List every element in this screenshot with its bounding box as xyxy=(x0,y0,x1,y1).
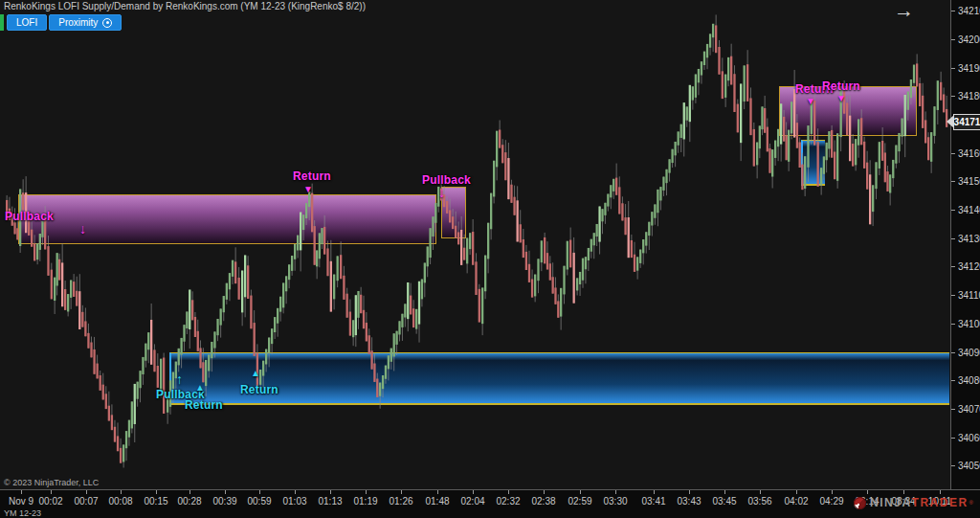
price-axis-label: 34050 xyxy=(958,461,980,471)
time-axis-label: 03:41 xyxy=(641,496,665,507)
time-axis-tick xyxy=(832,490,833,494)
annotation-arrow-icon: ▲ xyxy=(195,382,205,393)
time-axis-tick xyxy=(796,490,797,494)
time-axis-label: 01:19 xyxy=(353,496,377,507)
time-axis-label: Nov 9 xyxy=(9,496,33,507)
time-axis-tick xyxy=(437,490,438,494)
annotation-arrow-icon: ↑ xyxy=(176,372,183,387)
price-axis-tick xyxy=(951,409,955,410)
time-axis-tick xyxy=(689,490,690,494)
time-axis-label: 00:59 xyxy=(247,496,271,507)
price-axis-label: 34140 xyxy=(958,205,980,215)
time-axis-tick xyxy=(121,490,122,494)
zone-annotations-layer: Pullback↓Return▼Pullback↓Return▼Return▼P… xyxy=(0,0,950,489)
zone-annotation-label: Return xyxy=(822,79,860,93)
time-axis-tick xyxy=(508,490,509,494)
annotation-arrow-icon: ↓ xyxy=(79,221,86,236)
time-axis-tick xyxy=(615,490,616,494)
price-axis-label: 34180 xyxy=(958,91,980,101)
zone-annotation-label: Return xyxy=(185,398,223,412)
price-axis-label: 34190 xyxy=(958,62,980,73)
price-axis-tick xyxy=(951,465,955,466)
time-axis-tick xyxy=(544,490,545,494)
price-axis-label: 34130 xyxy=(958,233,980,243)
time-axis-label: 03:56 xyxy=(747,496,771,507)
price-axis-tick xyxy=(951,324,955,325)
time-axis-tick xyxy=(903,490,904,494)
time-axis-label: 03:30 xyxy=(603,496,627,507)
time-axis-label: 02:04 xyxy=(460,496,484,507)
proximity-button[interactable]: Proximity xyxy=(49,14,122,31)
go-to-latest-arrow-icon[interactable]: → xyxy=(894,0,914,22)
time-axis-label: 04:02 xyxy=(784,496,808,507)
time-axis-tick xyxy=(51,490,52,494)
time-axis-tick xyxy=(654,490,655,494)
chart-title: RenkoKings LOFI Supply/Demand by RenkoKi… xyxy=(4,1,366,11)
zone-annotation-label: Pullback xyxy=(5,210,54,223)
time-axis-tick xyxy=(259,490,260,494)
current-price-badge: 34171 xyxy=(953,114,980,130)
time-axis-label: 00:39 xyxy=(212,496,236,507)
logo-text-trader: TRADER xyxy=(912,496,969,509)
copyright-text: © 2023 NinjaTrader, LLC xyxy=(4,478,99,487)
price-axis-label: 34110 xyxy=(958,290,980,301)
price-axis-tick xyxy=(951,380,955,381)
price-axis-tick xyxy=(951,266,955,267)
price-axis-tick xyxy=(951,96,955,97)
time-axis-label: 00:02 xyxy=(38,496,62,507)
price-axis-label: 34090 xyxy=(958,347,980,357)
ninjatrader-logo-icon xyxy=(854,497,866,509)
price-axis-tick xyxy=(951,238,955,239)
time-axis-tick xyxy=(940,490,941,494)
time-axis-tick xyxy=(225,490,226,494)
price-axis-tick xyxy=(951,181,955,182)
instrument-label: YM 12-23 xyxy=(4,508,41,518)
active-indicator-tab[interactable] xyxy=(0,14,4,31)
time-axis-tick xyxy=(724,490,725,494)
time-axis-tick xyxy=(86,490,87,494)
time-axis-label: 02:59 xyxy=(568,496,591,507)
lofi-button[interactable]: LOFI xyxy=(7,14,47,31)
price-axis-label: 34100 xyxy=(958,318,980,328)
price-axis-label: 34150 xyxy=(958,176,980,187)
chart-plot-area[interactable]: Pullback↓Return▼Pullback↓Return▼Return▼P… xyxy=(0,0,950,489)
price-axis-tick xyxy=(951,11,955,11)
time-axis-tick xyxy=(156,490,157,494)
time-axis-tick xyxy=(580,490,581,494)
price-axis-tick xyxy=(951,438,955,439)
price-axis-tick xyxy=(951,295,955,296)
price-axis-label: 34080 xyxy=(958,375,980,386)
zone-annotation-label: Pullback xyxy=(422,173,471,187)
price-axis-label: 34160 xyxy=(958,147,980,158)
proximity-button-label: Proximity xyxy=(58,17,98,28)
annotation-arrow-icon: ▲ xyxy=(251,368,260,378)
time-axis-tick xyxy=(295,490,296,494)
logo-text-ninja: NINJA xyxy=(870,496,912,509)
time-axis-tick xyxy=(401,490,402,494)
time-axis-tick xyxy=(473,490,474,494)
time-axis-tick xyxy=(189,490,190,494)
price-axis-label: 34070 xyxy=(958,403,980,414)
time-axis-label: 02:32 xyxy=(496,496,520,507)
price-axis[interactable]: 3421034200341903418034160341503414034130… xyxy=(950,0,980,489)
ninjatrader-chart-window: Pullback↓Return▼Pullback↓Return▼Return▼P… xyxy=(0,0,980,518)
time-axis-tick xyxy=(330,490,331,494)
annotation-arrow-icon: ▼ xyxy=(303,184,313,194)
time-axis-label: 03:43 xyxy=(677,496,701,507)
time-axis-label: 01:13 xyxy=(318,496,342,507)
indicator-toolbar: LOFI Proximity xyxy=(0,14,123,31)
annotation-arrow-icon: ▼ xyxy=(836,93,846,103)
price-axis-label: 34060 xyxy=(958,432,980,442)
price-axis-tick xyxy=(951,39,955,40)
time-axis-label: 00:07 xyxy=(74,496,98,507)
time-axis[interactable]: YM 12-23 Nov 900:0200:0700:0800:1500:280… xyxy=(0,489,980,518)
time-axis-label: 00:08 xyxy=(108,496,132,507)
zone-annotation-label: Return xyxy=(293,169,331,183)
time-axis-label: 00:15 xyxy=(144,496,167,507)
price-axis-label: 34200 xyxy=(958,34,980,44)
price-axis-tick xyxy=(951,210,955,211)
lofi-button-label: LOFI xyxy=(16,17,37,28)
price-axis-tick xyxy=(951,68,955,69)
annotation-arrow-icon: ▼ xyxy=(806,96,815,106)
time-axis-label: 01:48 xyxy=(425,496,449,507)
